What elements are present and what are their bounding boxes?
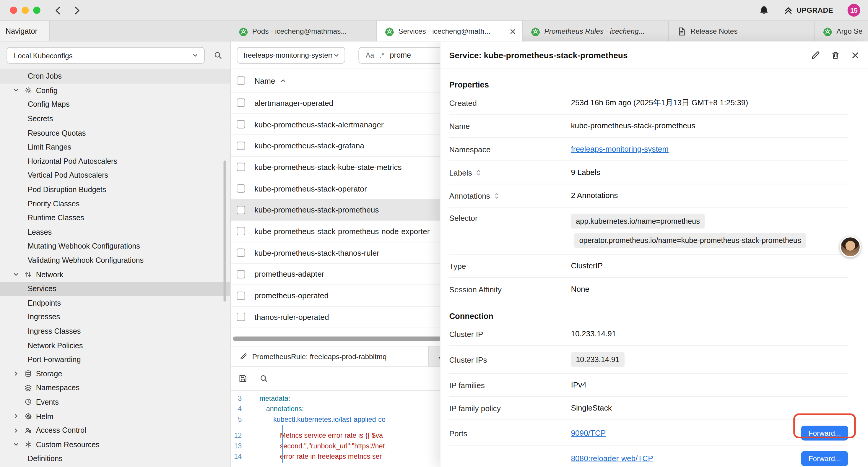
app-tab[interactable]: Services - icecheng@math... (377, 21, 523, 41)
user-avatar[interactable] (840, 236, 861, 258)
row-checkbox[interactable] (237, 313, 245, 321)
sidebar-item[interactable]: Mutating Webhook Configurations (0, 239, 230, 253)
app-tab[interactable]: Prometheus Rules - icecheng... (523, 21, 669, 41)
sidebar-item[interactable]: Port Forwarding (0, 353, 230, 367)
sidebar-item[interactable]: Resource Quotas (0, 126, 230, 140)
delete-icon[interactable] (831, 50, 840, 60)
sidebar-scrollbar[interactable] (224, 160, 226, 301)
expander-chevron-icon[interactable] (12, 87, 20, 94)
expander-chevron-icon[interactable] (12, 271, 20, 278)
sidebar-item[interactable]: Leases (0, 225, 230, 239)
sidebar-item[interactable]: Limit Ranges (0, 140, 230, 154)
app-tab[interactable]: Argo Se (815, 21, 868, 41)
sidebar-item[interactable]: Services (0, 282, 230, 296)
back-icon[interactable] (53, 5, 64, 16)
row-checkbox[interactable] (237, 291, 245, 300)
select-all-checkbox[interactable] (237, 76, 245, 85)
sidebar-item[interactable]: Ingress Classes (0, 324, 230, 339)
upgrade-button[interactable]: UPGRADE (784, 6, 833, 15)
sidebar-item[interactable]: Vertical Pod Autoscalers (0, 169, 230, 183)
save-icon[interactable] (239, 374, 247, 383)
editor-tab-prometheusrule[interactable]: PrometheusRule: freeleaps-prod-rabbitmq (231, 346, 429, 366)
labels-expand-icon[interactable] (475, 169, 482, 176)
row-checkbox[interactable] (237, 184, 245, 193)
service-name: prometheus-operated (254, 291, 329, 300)
sidebar-item[interactable]: Pod Disruption Budgets (0, 182, 230, 197)
sidebar-item[interactable]: Namespaces (0, 381, 230, 395)
close-window-button[interactable] (10, 6, 17, 13)
line-number: 13 (231, 441, 251, 451)
sidebar-item-label: Mutating Webhook Configurations (28, 242, 140, 250)
sidebar-item[interactable]: Access Control (0, 423, 230, 437)
row-checkbox[interactable] (237, 270, 245, 279)
tab-close-icon[interactable] (509, 28, 517, 35)
row-checkbox[interactable] (237, 163, 245, 171)
forward-icon[interactable] (71, 5, 83, 16)
sidebar-item[interactable]: Helm (0, 409, 230, 423)
resource-type-icon (24, 427, 32, 434)
name-column-header[interactable]: Name (254, 76, 275, 85)
row-checkbox[interactable] (237, 142, 245, 150)
row-checkbox[interactable] (237, 227, 245, 236)
sidebar-item[interactable]: Priority Classes (0, 197, 230, 211)
sidebar-item[interactable]: Custom Resources (0, 437, 230, 451)
match-case-toggle[interactable]: Aa (366, 51, 374, 59)
regex-toggle[interactable]: .* (380, 51, 384, 59)
sidebar-item[interactable]: Validating Webhook Configurations (0, 253, 230, 267)
editor-search-icon[interactable] (259, 374, 268, 383)
sidebar-item[interactable]: Horizontal Pod Autoscalers (0, 154, 230, 169)
annotations-expand-icon[interactable] (493, 193, 500, 199)
cluster-ips-row: Cluster IPs 10.233.14.91 (449, 346, 848, 374)
tab-strip: Pods - icecheng@mathmas... Services - ic… (231, 21, 868, 41)
row-checkbox[interactable] (237, 206, 245, 214)
forward-port-button[interactable]: Forward... (801, 451, 848, 466)
namespace-link[interactable]: freeleaps-monitoring-system (571, 145, 669, 153)
minimize-window-button[interactable] (22, 6, 29, 13)
navigator-panel-tab[interactable]: Navigator (0, 21, 50, 41)
sidebar-item-label: Ingress Classes (28, 327, 81, 335)
sidebar-item-label: Definitions (28, 455, 63, 463)
sidebar-item[interactable]: Definitions (0, 451, 230, 466)
notifications-bell-icon[interactable] (758, 5, 769, 16)
tab-label: Pods - icecheng@mathmas... (252, 27, 371, 35)
sidebar-search-icon[interactable] (214, 51, 222, 60)
sidebar-item[interactable]: Network (0, 267, 230, 282)
expander-chevron-icon[interactable] (12, 427, 20, 434)
row-checkbox[interactable] (237, 99, 245, 107)
expander-chevron-icon[interactable] (12, 370, 20, 377)
sidebar-item[interactable]: Secrets (0, 112, 230, 126)
sidebar-item-label: Events (36, 398, 59, 406)
sidebar-item[interactable]: Network Policies (0, 339, 230, 353)
scrollbar-thumb[interactable] (233, 337, 448, 341)
app-tab[interactable]: Release Notes (669, 21, 815, 41)
port-link[interactable]: 8080:reloader-web/TCP (571, 454, 653, 464)
port-link[interactable]: 9090/TCP (571, 428, 606, 438)
zoom-window-button[interactable] (33, 6, 40, 13)
ip-families-value: IPv4 (571, 380, 848, 390)
expander-chevron-icon[interactable] (12, 413, 20, 419)
namespace-filter-dropdown[interactable]: freeleaps-monitoring-system (237, 47, 345, 63)
edit-icon[interactable] (810, 50, 820, 60)
notification-count-badge[interactable]: 15 (848, 4, 860, 17)
sort-ascending-icon[interactable] (281, 78, 286, 83)
ports-row-1: Ports 9090/TCP Forward... (449, 420, 848, 445)
sidebar-item[interactable]: Events (0, 395, 230, 409)
sidebar-item[interactable]: Endpoints (0, 296, 230, 310)
close-drawer-icon[interactable] (850, 50, 860, 60)
sidebar-item[interactable]: Runtime Classes (0, 211, 230, 225)
sidebar-item[interactable]: Ingresses (0, 310, 230, 324)
line-number: 5 (231, 415, 251, 425)
sidebar-item[interactable]: Config (0, 83, 230, 97)
expander-chevron-icon[interactable] (12, 441, 20, 448)
tab-kubernetes-icon (823, 27, 832, 36)
kubeconfig-selector[interactable]: Local Kubeconfigs (6, 47, 205, 63)
sidebar-item[interactable]: Cron Jobs (0, 69, 230, 83)
sidebar-item-label: Cron Jobs (28, 72, 62, 80)
forward-port-button[interactable]: Forward... (801, 426, 848, 441)
row-checkbox[interactable] (237, 120, 245, 128)
row-checkbox[interactable] (237, 249, 245, 257)
sidebar-item[interactable]: Config Maps (0, 97, 230, 112)
app-tab[interactable]: Pods - icecheng@mathmas... (231, 21, 377, 41)
sidebar-item[interactable]: Storage (0, 367, 230, 381)
line-text: kubectl.kubernetes.io/last-applied-co (251, 415, 385, 425)
